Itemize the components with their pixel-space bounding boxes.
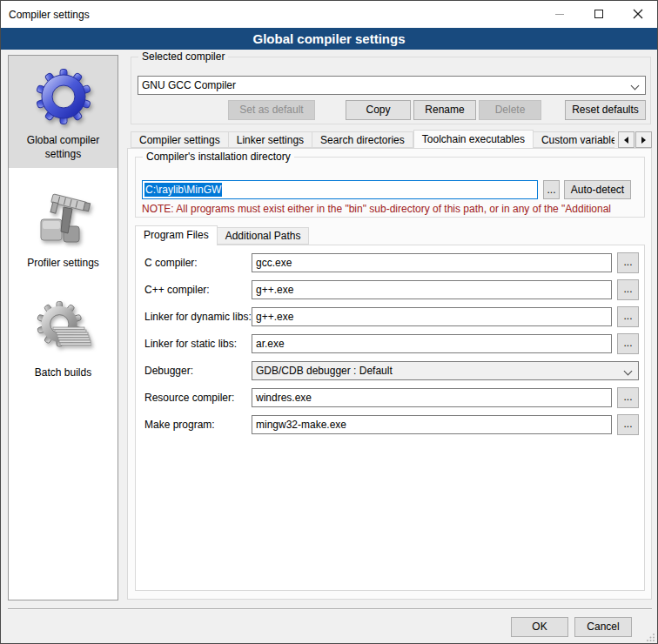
field-label: Make program:	[144, 419, 215, 431]
program-tabs: Program Files Additional Paths	[135, 225, 309, 245]
minimize-button[interactable]	[540, 1, 579, 27]
debugger-select[interactable]: GDB/CDB debugger : Default	[252, 361, 639, 380]
browse-button[interactable]: ...	[617, 333, 639, 354]
installation-directory-group: Compiler's installation directory C:\ray…	[135, 157, 645, 218]
titlebar: Compiler settings	[1, 1, 657, 28]
caliper-icon	[9, 184, 118, 255]
chevron-down-icon	[631, 82, 640, 91]
maximize-icon	[594, 10, 603, 18]
debugger-select-value: GDB/CDB debugger : Default	[256, 362, 393, 379]
sidebar-item-profiler-settings[interactable]: Profiler settings	[9, 178, 118, 278]
resize-grip[interactable]	[647, 633, 655, 641]
tab-search-directories[interactable]: Search directories	[312, 131, 413, 148]
auto-detect-button[interactable]: Auto-detect	[564, 180, 631, 199]
resource-compiler-row: Resource compiler: windres.exe ...	[136, 388, 644, 409]
sidebar-item-label: Batch builds	[9, 365, 118, 387]
make-program-row: Make program: mingw32-make.exe ...	[136, 415, 644, 436]
minimize-icon	[555, 14, 564, 15]
cpp-compiler-row: C++ compiler: g++.exe ...	[136, 280, 644, 301]
rename-button[interactable]: Rename	[413, 100, 476, 120]
group-label: Compiler's installation directory	[143, 151, 294, 163]
chevron-down-icon	[624, 367, 633, 376]
dynamic-linker-input[interactable]: g++.exe	[252, 307, 612, 326]
tab-scroll-left-button[interactable]	[618, 131, 634, 148]
tab-program-files[interactable]: Program Files	[135, 225, 218, 245]
group-label: Selected compiler	[138, 50, 228, 63]
make-program-input[interactable]: mingw32-make.exe	[252, 415, 612, 434]
selected-compiler-group: Selected compiler GNU GCC Compiler Set a…	[131, 57, 651, 124]
gray-gear-stack-icon	[9, 293, 118, 365]
compiler-select-value: GNU GCC Compiler	[142, 79, 236, 91]
cpp-compiler-input[interactable]: g++.exe	[252, 280, 612, 299]
blue-gear-icon	[9, 61, 118, 132]
sidebar-item-batch-builds[interactable]: Batch builds	[9, 288, 118, 387]
page-title: Global compiler settings	[1, 28, 657, 50]
field-label: Debugger:	[144, 365, 193, 377]
browse-directory-button[interactable]: ...	[543, 180, 560, 199]
field-label: Linker for static libs:	[144, 338, 237, 350]
sidebar-item-label: Profiler settings	[9, 255, 118, 278]
field-label: C++ compiler:	[144, 284, 210, 296]
settings-tabs: Compiler settings Linker settings Search…	[131, 130, 614, 148]
settings-category-list: Global compiler settings	[8, 55, 118, 600]
browse-button[interactable]: ...	[617, 252, 639, 273]
arrow-right-icon	[641, 137, 646, 144]
window-title: Compiler settings	[1, 9, 90, 21]
set-as-default-button[interactable]: Set as default	[228, 100, 315, 120]
c-compiler-input[interactable]: gcc.exe	[252, 253, 612, 272]
debugger-row: Debugger: GDB/CDB debugger : Default	[136, 361, 644, 382]
sidebar-item-global-compiler-settings[interactable]: Global compiler settings	[9, 56, 118, 168]
delete-button[interactable]: Delete	[479, 100, 541, 120]
installation-directory-input[interactable]: C:\raylib\MinGW	[142, 180, 538, 199]
cancel-button[interactable]: Cancel	[574, 617, 632, 637]
tab-scroll-right-button[interactable]	[635, 131, 652, 148]
arrow-left-icon	[624, 137, 628, 144]
dynamic-linker-row: Linker for dynamic libs: g++.exe ...	[136, 307, 644, 328]
static-linker-row: Linker for static libs: ar.exe ...	[136, 334, 644, 355]
browse-button[interactable]: ...	[617, 387, 639, 408]
c-compiler-row: C compiler: gcc.exe ...	[136, 253, 644, 274]
program-files-panel: C compiler: gcc.exe ... C++ compiler: g+…	[135, 245, 645, 591]
sidebar-item-label: Global compiler settings	[9, 132, 118, 168]
browse-button[interactable]: ...	[617, 306, 639, 327]
browse-button[interactable]: ...	[617, 414, 639, 435]
ok-button[interactable]: OK	[511, 617, 568, 637]
compiler-settings-dialog: Compiler settings Global compiler settin…	[0, 0, 658, 644]
selected-path-text: C:\raylib\MinGW	[144, 183, 222, 197]
static-linker-input[interactable]: ar.exe	[252, 334, 612, 353]
resource-compiler-input[interactable]: windres.exe	[252, 388, 612, 407]
tab-compiler-settings[interactable]: Compiler settings	[131, 131, 229, 148]
toolchain-executables-page: Compiler's installation directory C:\ray…	[127, 148, 652, 600]
tab-toolchain-executables[interactable]: Toolchain executables	[413, 130, 534, 148]
copy-button[interactable]: Copy	[346, 100, 411, 120]
browse-button[interactable]: ...	[617, 279, 639, 300]
compiler-select[interactable]: GNU GCC Compiler	[138, 76, 646, 95]
footer-divider	[8, 608, 652, 610]
field-label: Resource compiler:	[144, 392, 234, 404]
bin-subdirectory-note: NOTE: All programs must exist either in …	[142, 203, 643, 215]
tab-linker-settings[interactable]: Linker settings	[229, 131, 312, 148]
field-label: Linker for dynamic libs:	[144, 311, 252, 323]
close-icon	[633, 9, 643, 19]
close-button[interactable]	[618, 1, 657, 27]
reset-defaults-button[interactable]: Reset defaults	[565, 100, 646, 120]
field-label: C compiler:	[144, 257, 198, 269]
tab-additional-paths[interactable]: Additional Paths	[218, 227, 310, 245]
tab-custom-variables[interactable]: Custom variables	[534, 131, 614, 148]
maximize-button[interactable]	[579, 1, 618, 27]
